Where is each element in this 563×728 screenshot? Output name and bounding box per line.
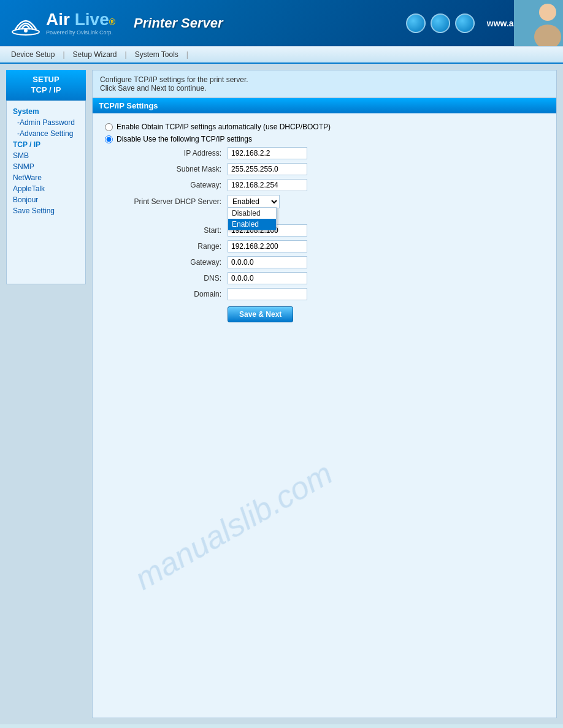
content-description: Configure TCP/IP settings for the print … [93, 70, 556, 98]
sidebar-item-admin-password[interactable]: -Admin Password [10, 117, 82, 128]
dhcp-popup-enabled[interactable]: Enabled [228, 219, 276, 230]
label-range: Range: [105, 242, 228, 251]
sidebar: SETUP TCP / IP System -Admin Password -A… [6, 70, 86, 718]
sidebar-item-tcpip[interactable]: TCP / IP [10, 139, 82, 150]
sidebar-item-snmp[interactable]: SNMP [10, 161, 82, 172]
section-title: TCP/IP Settings [93, 98, 556, 113]
label-domain: Domain: [105, 290, 228, 298]
radio-auto-label: Enable Obtain TCP/IP settings automatica… [117, 123, 331, 131]
label-dns: DNS: [105, 274, 228, 282]
airlive-logo-icon [9, 6, 43, 40]
sidebar-title-line2: TCP / IP [9, 85, 83, 96]
radio-manual-row: Disable Use the following TCP/IP setting… [105, 135, 544, 143]
form-row-range: Range: [105, 240, 544, 252]
globe-icon-1 [406, 13, 426, 33]
sidebar-item-bonjour[interactable]: Bonjour [10, 194, 82, 205]
main-container: SETUP TCP / IP System -Admin Password -A… [0, 64, 563, 724]
radio-manual[interactable] [105, 135, 113, 143]
globe-icon-3 [455, 13, 475, 33]
save-next-button[interactable]: Save & Next [228, 306, 293, 322]
brand-logo: Air Live® Powered by OvisLink Corp. [46, 11, 115, 36]
label-ip-address: IP Address: [105, 149, 228, 157]
nav-sep-3: | [186, 49, 188, 60]
header-person-image [514, 0, 563, 46]
input-domain[interactable] [228, 288, 307, 300]
nav-system-tools[interactable]: System Tools [130, 49, 183, 60]
svg-point-3 [539, 4, 556, 21]
sidebar-title-line1: SETUP [9, 75, 83, 85]
svg-point-1 [24, 29, 28, 32]
sidebar-menu: System -Admin Password -Advance Setting … [6, 100, 86, 284]
input-dns[interactable] [228, 272, 307, 284]
globe-icons [406, 13, 475, 33]
header: Air Live® Powered by OvisLink Corp. Prin… [0, 0, 563, 46]
sidebar-item-appletalk[interactable]: AppleTalk [10, 183, 82, 194]
dhcp-dropdown-popup: Disabled Enabled [228, 207, 277, 230]
nav-sep-2: | [125, 49, 127, 60]
button-row: Save & Next [105, 306, 544, 322]
nav-setup-wizard[interactable]: Setup Wizard [68, 49, 122, 60]
brand-name: Air Live® [46, 11, 115, 28]
description-line2: Click Save and Next to continue. [100, 84, 549, 93]
input-range[interactable] [228, 240, 307, 252]
input-subnet-mask[interactable] [228, 163, 307, 175]
input-dhcp-gateway[interactable] [228, 256, 307, 268]
form-row-subnet: Subnet Mask: [105, 163, 544, 175]
description-line1: Configure TCP/IP settings for the print … [100, 75, 549, 84]
label-dhcp-server: Print Server DHCP Server: [105, 197, 228, 206]
form-row-start: Start: [105, 224, 544, 237]
radio-auto[interactable] [105, 123, 113, 131]
navbar: Device Setup | Setup Wizard | System Too… [0, 46, 563, 64]
form-row-dhcp-gateway: Gateway: [105, 256, 544, 268]
label-gateway: Gateway: [105, 181, 228, 189]
globe-icon-2 [431, 13, 450, 33]
sidebar-title: SETUP TCP / IP [6, 70, 86, 100]
sidebar-item-advance-setting[interactable]: -Advance Setting [10, 128, 82, 139]
label-subnet-mask: Subnet Mask: [105, 165, 228, 173]
sidebar-item-save-setting[interactable]: Save Setting [10, 205, 82, 216]
radio-manual-label: Disable Use the following TCP/IP setting… [117, 135, 252, 143]
form-row-gateway: Gateway: [105, 179, 544, 191]
product-title: Printer Server [134, 15, 223, 31]
dhcp-dropdown-container: Disabled Enabled Disabled Enabled [228, 195, 280, 208]
form-row-domain: Domain: [105, 288, 544, 300]
form-row-dhcp: Print Server DHCP Server: Disabled Enabl… [105, 195, 544, 208]
form-row-ip: IP Address: [105, 147, 544, 159]
sidebar-item-netware[interactable]: NetWare [10, 172, 82, 183]
form-row-dns: DNS: [105, 272, 544, 284]
sidebar-item-system[interactable]: System [10, 106, 82, 117]
label-start: Start: [105, 226, 228, 235]
content-area: Configure TCP/IP settings for the print … [92, 70, 557, 718]
input-ip-address[interactable] [228, 147, 307, 159]
dhcp-server-select[interactable]: Disabled Enabled [228, 195, 280, 208]
dhcp-popup-disabled[interactable]: Disabled [228, 208, 276, 219]
nav-sep-1: | [63, 49, 64, 60]
label-dhcp-gateway: Gateway: [105, 258, 228, 267]
powered-by-text: Powered by OvisLink Corp. [46, 29, 113, 36]
input-gateway[interactable] [228, 179, 307, 191]
nav-device-setup[interactable]: Device Setup [6, 49, 59, 60]
radio-auto-row: Enable Obtain TCP/IP settings automatica… [105, 123, 544, 131]
form-area: Enable Obtain TCP/IP settings automatica… [93, 113, 556, 332]
sidebar-item-smb[interactable]: SMB [10, 150, 82, 161]
